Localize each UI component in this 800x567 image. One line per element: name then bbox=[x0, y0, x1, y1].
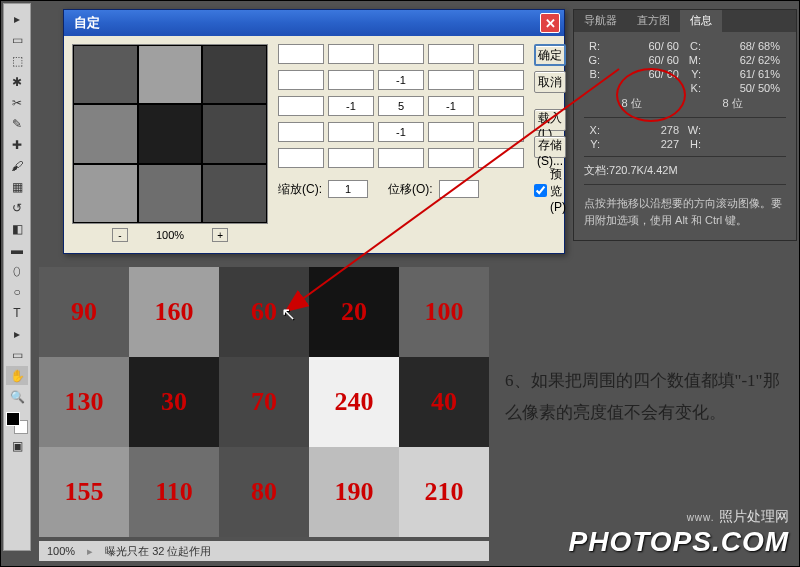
grid-cell[interactable]: 20 bbox=[309, 267, 399, 357]
preview-cell bbox=[202, 104, 267, 163]
grid-cell[interactable]: 70 bbox=[219, 357, 309, 447]
matrix-cell[interactable] bbox=[478, 44, 524, 64]
info-y2: 227 bbox=[604, 138, 685, 150]
grid-cell[interactable]: 80 bbox=[219, 447, 309, 537]
tab-info[interactable]: 信息 bbox=[680, 10, 722, 32]
preview-cell bbox=[138, 104, 203, 163]
tool-wand[interactable]: ✱ bbox=[6, 72, 28, 91]
tool-move[interactable]: ▸ bbox=[6, 9, 28, 28]
tool-dodge[interactable]: ○ bbox=[6, 282, 28, 301]
tool-hand[interactable]: ✋ bbox=[6, 366, 28, 385]
titlebar[interactable]: 自定 ✕ bbox=[64, 10, 564, 36]
matrix-cell[interactable] bbox=[378, 70, 424, 90]
close-icon[interactable]: ✕ bbox=[540, 13, 560, 33]
matrix-cell[interactable] bbox=[328, 122, 374, 142]
annotation-text: 6、如果把周围的四个数值都填"-1"那么像素的亮度值不会有变化。 bbox=[505, 365, 795, 430]
matrix-cell[interactable] bbox=[278, 70, 324, 90]
grid-cell[interactable]: 240 bbox=[309, 357, 399, 447]
custom-filter-dialog: 自定 ✕ - 100% + 缩放(C): 位移(O) bbox=[63, 9, 565, 254]
tool-crop[interactable]: ✂ bbox=[6, 93, 28, 112]
grid-cell[interactable]: 190 bbox=[309, 447, 399, 537]
matrix-cell[interactable] bbox=[328, 148, 374, 168]
matrix-cell[interactable] bbox=[428, 96, 474, 116]
status-note: 曝光只在 32 位起作用 bbox=[105, 544, 211, 559]
offset-input[interactable] bbox=[439, 180, 479, 198]
grid-cell[interactable]: 160 bbox=[129, 267, 219, 357]
grid-cell[interactable]: 40 bbox=[399, 357, 489, 447]
workspace: ▸ ▭ ⬚ ✱ ✂ ✎ ✚ 🖌 ▦ ↺ ◧ ▬ ⬯ ○ T ▸ ▭ ✋ 🔍 ▣ … bbox=[0, 0, 800, 567]
cancel-button[interactable]: 取消 bbox=[534, 71, 566, 93]
tool-lasso[interactable]: ⬚ bbox=[6, 51, 28, 70]
preview-cell bbox=[202, 45, 267, 104]
preview-cell bbox=[138, 164, 203, 223]
info-c: 68/ 68% bbox=[705, 40, 786, 52]
grid-cell[interactable]: 110 bbox=[129, 447, 219, 537]
zoom-in-button[interactable]: + bbox=[212, 228, 228, 242]
ok-button[interactable]: 确定 bbox=[534, 44, 566, 66]
color-swatches[interactable] bbox=[6, 412, 28, 434]
tool-gradient[interactable]: ▬ bbox=[6, 240, 28, 259]
matrix-cell[interactable] bbox=[328, 70, 374, 90]
tool-type[interactable]: T bbox=[6, 303, 28, 322]
matrix-cell[interactable] bbox=[378, 148, 424, 168]
save-button[interactable]: 存储(S)... bbox=[534, 136, 566, 158]
foreground-color[interactable] bbox=[6, 412, 20, 426]
tool-path[interactable]: ▸ bbox=[6, 324, 28, 343]
quickmask-icon[interactable]: ▣ bbox=[6, 436, 28, 455]
zoom-level[interactable]: 100% bbox=[47, 545, 75, 557]
matrix-cell[interactable] bbox=[378, 122, 424, 142]
grid-cell[interactable]: 130 bbox=[39, 357, 129, 447]
scale-label: 缩放(C): bbox=[278, 181, 322, 198]
preview-checkbox-input[interactable] bbox=[534, 184, 547, 197]
preview-box[interactable] bbox=[72, 44, 268, 224]
tool-shape[interactable]: ▭ bbox=[6, 345, 28, 364]
preview-checkbox[interactable]: 预览(P) bbox=[534, 166, 566, 214]
matrix-cell[interactable] bbox=[378, 96, 424, 116]
tool-heal[interactable]: ✚ bbox=[6, 135, 28, 154]
tool-zoom[interactable]: 🔍 bbox=[6, 387, 28, 406]
tool-blur[interactable]: ⬯ bbox=[6, 261, 28, 280]
tool-eyedropper[interactable]: ✎ bbox=[6, 114, 28, 133]
matrix-cell[interactable] bbox=[378, 44, 424, 64]
grid-cell[interactable]: 30 bbox=[129, 357, 219, 447]
matrix-cell[interactable] bbox=[278, 96, 324, 116]
tool-history[interactable]: ↺ bbox=[6, 198, 28, 217]
info-g: 60/ 60 bbox=[604, 54, 685, 66]
grid-cell[interactable]: 60 bbox=[219, 267, 309, 357]
matrix-cell[interactable] bbox=[278, 44, 324, 64]
matrix-cell[interactable] bbox=[478, 122, 524, 142]
tab-navigator[interactable]: 导航器 bbox=[574, 10, 627, 32]
grid-cell[interactable]: 210 bbox=[399, 447, 489, 537]
tab-histogram[interactable]: 直方图 bbox=[627, 10, 680, 32]
matrix-cell[interactable] bbox=[428, 44, 474, 64]
scale-input[interactable] bbox=[328, 180, 368, 198]
tool-stamp[interactable]: ▦ bbox=[6, 177, 28, 196]
grid-cell[interactable]: 90 bbox=[39, 267, 129, 357]
preview-cell bbox=[73, 164, 138, 223]
matrix-cell[interactable] bbox=[478, 70, 524, 90]
grid-cell[interactable]: 155 bbox=[39, 447, 129, 537]
tool-eraser[interactable]: ◧ bbox=[6, 219, 28, 238]
preview-zoom: 100% bbox=[156, 229, 184, 241]
statusbar: 100% ▸ 曝光只在 32 位起作用 bbox=[39, 541, 489, 561]
matrix-cell[interactable] bbox=[478, 96, 524, 116]
matrix-cell[interactable] bbox=[428, 70, 474, 90]
grid-cell[interactable]: 100 bbox=[399, 267, 489, 357]
info-bit-r: 8 位 bbox=[685, 96, 786, 111]
tool-brush[interactable]: 🖌 bbox=[6, 156, 28, 175]
load-button[interactable]: 载入(L)... bbox=[534, 109, 566, 131]
matrix-cell[interactable] bbox=[278, 122, 324, 142]
matrix-cell[interactable] bbox=[428, 148, 474, 168]
info-panel: 导航器 直方图 信息 R:60/ 60 C:68/ 68% G:60/ 60 M… bbox=[573, 9, 797, 241]
zoom-out-button[interactable]: - bbox=[112, 228, 128, 242]
matrix-cell[interactable] bbox=[328, 44, 374, 64]
canvas[interactable]: 90160602010013030702404015511080190210 bbox=[39, 267, 489, 537]
preview-cell bbox=[138, 45, 203, 104]
matrix-cell[interactable] bbox=[478, 148, 524, 168]
matrix-cell[interactable] bbox=[428, 122, 474, 142]
info-w bbox=[705, 124, 786, 136]
info-x: 278 bbox=[604, 124, 685, 136]
tool-marquee[interactable]: ▭ bbox=[6, 30, 28, 49]
matrix-cell[interactable] bbox=[278, 148, 324, 168]
matrix-cell[interactable] bbox=[328, 96, 374, 116]
